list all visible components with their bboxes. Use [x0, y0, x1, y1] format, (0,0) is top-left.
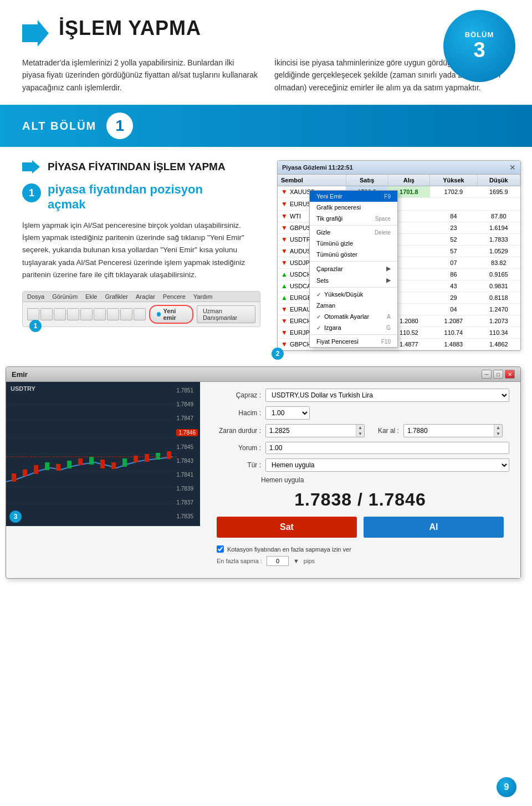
price-active: 1.7846 — [176, 429, 198, 436]
menu-grafikler[interactable]: Grafikler — [105, 293, 128, 300]
tur-select[interactable]: Hemen uygula — [265, 458, 509, 472]
menu-ekle[interactable]: Ekle — [85, 293, 97, 300]
kar-up[interactable]: ▲ — [494, 425, 502, 431]
col-sembol: Sembol — [278, 175, 346, 186]
dusuk-cell: 1.2073 — [477, 315, 520, 327]
menu-gorünum[interactable]: Görünüm — [52, 293, 78, 300]
toolbar-icon-5[interactable] — [80, 308, 93, 320]
zaran-input[interactable] — [266, 425, 356, 437]
sapma-checkbox-label: Kotasyon fiyatından en fazla sapmaya izi… — [227, 546, 351, 553]
zaran-down[interactable]: ▼ — [356, 431, 364, 437]
fazla-sapma-input[interactable] — [267, 556, 289, 566]
toolbar-icon-4[interactable] — [67, 308, 79, 320]
market-close-btn[interactable]: ✕ — [509, 163, 516, 172]
ctx-izgara[interactable]: ✓IzgaraG — [310, 322, 397, 333]
svg-rect-17 — [100, 460, 105, 468]
bolum-badge: BÖLÜM 3 — [443, 10, 515, 82]
dir-arrow-icon: ▼ — [281, 247, 288, 255]
ctx-yuksek-dusuk[interactable]: ✓Yüksek/Düşük — [310, 289, 397, 300]
yuksek-cell: 29 — [430, 292, 477, 304]
price-display: 1.7838 / 1.7846 — [211, 485, 509, 517]
win-minimize-btn[interactable]: ─ — [482, 370, 492, 379]
action-btns: Sat Al — [211, 517, 509, 538]
yuksek-cell — [430, 198, 477, 211]
kar-label: Kar al : — [378, 427, 399, 435]
toolbar-icon-8[interactable] — [120, 308, 132, 320]
toolbar-icon-1[interactable] — [27, 308, 39, 320]
dir-arrow-icon: ▼ — [281, 236, 288, 243]
win-close-btn[interactable]: ✕ — [505, 370, 515, 379]
toolbar-icon-9[interactable] — [134, 308, 146, 320]
sat-button[interactable]: Sat — [217, 517, 357, 538]
dusuk-cell: 1.6194 — [477, 222, 520, 234]
ctx-sep2 — [310, 261, 397, 262]
dusuk-cell: 0.8118 — [477, 292, 520, 304]
dusuk-cell: 1695.9 — [477, 186, 520, 198]
toolbar-icon-7[interactable] — [107, 308, 119, 320]
ctx-otomatik[interactable]: ✓Otomatik AyarlarA — [310, 311, 397, 322]
emir-window: Emir ─ □ ✕ USDTRY — [6, 366, 521, 579]
dusuk-cell: 1.4862 — [477, 339, 520, 350]
emir-form: Çapraz : USDTRY,US Dollar vs Turkish Lir… — [200, 382, 520, 578]
kar-input[interactable] — [404, 425, 494, 437]
ctx-yeni-emir[interactable]: Yeni EmirF9 — [310, 191, 397, 202]
yuksek-cell: 23 — [430, 222, 477, 234]
menu-dosya[interactable]: Dosya — [27, 293, 44, 300]
emir-body: USDTRY — [6, 382, 520, 578]
hacim-label: Hacim : — [211, 409, 261, 417]
ctx-caprazlar[interactable]: Çaprazlar▶ — [310, 263, 397, 274]
menu-pencere[interactable]: Pencere — [163, 293, 186, 300]
ctx-tumunu-goster[interactable]: Tümünü göster — [310, 249, 397, 260]
price-3: 1.7847 — [176, 415, 198, 421]
zaran-row: Zaran durdur : ▲ ▼ Kar al : ▲ — [211, 424, 509, 437]
yeni-emir-button[interactable]: Yeni emir — [149, 305, 193, 324]
sapma-checkbox[interactable] — [217, 545, 224, 553]
uzman-button[interactable]: Uzman Danışmanlar — [197, 305, 255, 323]
ctx-gizle[interactable]: GizleDelete — [310, 227, 397, 238]
svg-rect-21 — [145, 454, 149, 462]
hacim-select[interactable]: 1.00 — [265, 406, 310, 420]
dir-arrow-icon: ▼ — [281, 329, 288, 336]
col-alis: Alış — [388, 175, 430, 186]
ctx-tik-grafigi[interactable]: Tik grafiğiSpace — [310, 213, 397, 224]
capraz-row: Çapraz : USDTRY,US Dollar vs Turkish Lir… — [211, 389, 509, 402]
zaran-up[interactable]: ▲ — [356, 425, 364, 431]
dusuk-cell: 1.2470 — [477, 304, 520, 315]
dusuk-cell: 0.9165 — [477, 269, 520, 280]
market-watch-title: Piyasa Gözlemi 11:22:51 — [282, 164, 353, 171]
menu-araclar[interactable]: Araçlar — [136, 293, 155, 300]
kar-down[interactable]: ▼ — [494, 431, 502, 437]
yorum-row: Yorum : — [211, 442, 509, 454]
piyasa-section-title: PİYASA FİYATINDAN İŞLEM YAPMA — [48, 161, 226, 173]
dusuk-cell: 1.0529 — [477, 246, 520, 257]
emir-titlebar: Emir ─ □ ✕ — [6, 367, 520, 382]
toolbar-icon-3[interactable] — [54, 308, 66, 320]
ctx-tumunu-gizle[interactable]: Tümünü gizle — [310, 238, 397, 249]
win-restore-btn[interactable]: □ — [493, 370, 503, 379]
pips-label: ▼ — [293, 558, 299, 564]
yuksek-cell: 43 — [430, 280, 477, 292]
hacim-row: Hacim : 1.00 — [211, 406, 509, 420]
price-4: 1.7845 — [176, 444, 198, 450]
dir-arrow-icon: ▼ — [281, 340, 288, 348]
yuksek-cell: 1.2087 — [430, 315, 477, 327]
ctx-grafik-penceresi[interactable]: Grafik penceresi — [310, 202, 397, 213]
col-yuksek: Yüksek — [430, 175, 477, 186]
yorum-input[interactable] — [265, 442, 509, 454]
toolbar-icon-6[interactable] — [94, 308, 106, 320]
emir-section: Emir ─ □ ✕ USDTRY — [0, 366, 532, 579]
ctx-fiyat-penceresi[interactable]: Fiyat PenceresiF10 — [310, 336, 397, 347]
dir-arrow-icon: ▼ — [281, 259, 288, 267]
toolbar-icon-2[interactable] — [40, 308, 53, 320]
yeni-emir-dot — [157, 312, 161, 317]
ctx-zaman[interactable]: Zaman — [310, 300, 397, 311]
dusuk-cell: 83.82 — [477, 257, 520, 269]
col-satis: Satış — [346, 175, 388, 186]
capraz-select[interactable]: USDTRY,US Dollar vs Turkish Lira — [265, 389, 509, 402]
al-button[interactable]: Al — [364, 517, 504, 538]
fazla-sapma-row: En fazla sapma : ▼ pips — [211, 556, 509, 572]
svg-rect-14 — [67, 461, 71, 468]
ctx-sets[interactable]: Sets▶ — [310, 274, 397, 286]
menu-yardim[interactable]: Yardım — [193, 293, 213, 300]
dir-arrow-icon: ▼ — [281, 188, 288, 196]
